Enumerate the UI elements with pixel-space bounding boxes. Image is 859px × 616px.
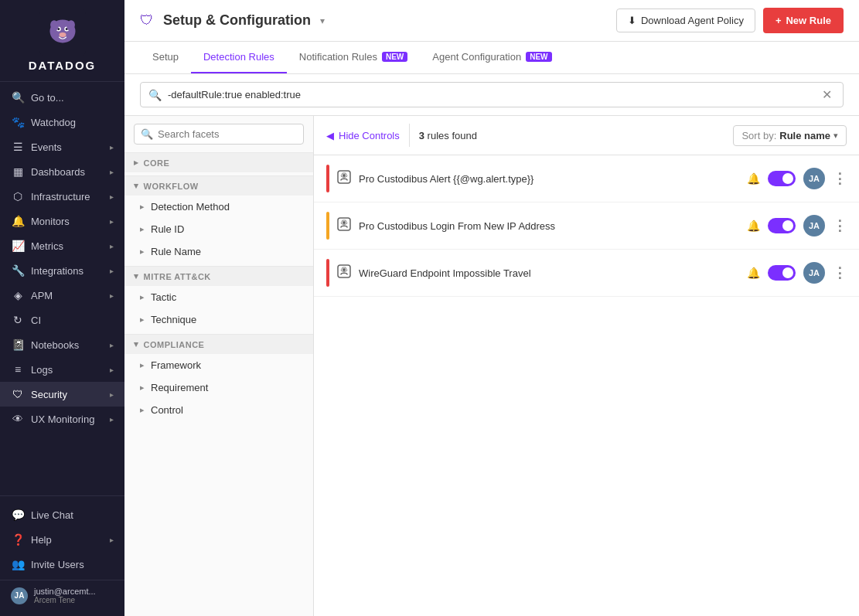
sidebar-item-goto-label: Go to... (31, 92, 114, 104)
sidebar: DATADOG 🔍 Go to... 🐾 Watchdog ☰ Events ▸… (0, 0, 124, 616)
sort-by-value: Rule name (779, 130, 830, 141)
sidebar-item-help[interactable]: ❓ Help ▸ (0, 527, 124, 552)
sort-by-dropdown[interactable]: Sort by: Rule name ▾ (733, 125, 847, 146)
facet-detection-method-label: Detection Method (151, 201, 230, 213)
facet-control[interactable]: ▸ Control (124, 399, 313, 421)
search-input-wrap: 🔍 ✕ (140, 82, 844, 107)
facet-group-workflow[interactable]: ▾ WORKFLOW (124, 175, 313, 196)
rule-1-bell-icon[interactable]: 🔔 (747, 172, 760, 185)
facet-rule-id[interactable]: ▸ Rule ID (124, 218, 313, 240)
header-chevron-icon[interactable]: ▾ (320, 15, 325, 26)
watchdog-icon: 🐾 (11, 115, 25, 129)
dashboards-arrow-icon: ▸ (110, 168, 114, 176)
rule-1-toggle[interactable] (768, 171, 796, 186)
sidebar-item-live-chat[interactable]: 💬 Live Chat (0, 502, 124, 527)
page-header: 🛡 Setup & Configuration ▾ ⬇ Download Age… (124, 0, 859, 42)
download-icon: ⬇ (628, 15, 636, 26)
notification-rules-badge: NEW (382, 52, 407, 62)
header-divider (409, 124, 410, 147)
rule-3-toggle[interactable] (768, 265, 796, 281)
sidebar-item-integrations[interactable]: 🔧 Integrations ▸ (0, 258, 124, 283)
sidebar-item-logs[interactable]: ≡ Logs ▸ (0, 357, 124, 382)
apm-icon: ◈ (11, 288, 25, 302)
search-input[interactable] (168, 89, 819, 100)
header-shield-icon: 🛡 (140, 12, 154, 29)
sidebar-item-watchdog[interactable]: 🐾 Watchdog (0, 110, 124, 134)
user-profile[interactable]: JA justin@arcemt... Arcem Tene (0, 580, 124, 610)
dashboards-icon: ▦ (11, 165, 25, 179)
infrastructure-arrow-icon: ▸ (110, 192, 114, 201)
new-rule-button[interactable]: + New Rule (763, 8, 844, 33)
facet-technique[interactable]: ▸ Technique (124, 308, 313, 331)
rule-2-toggle[interactable] (768, 218, 796, 233)
plus-icon: + (775, 15, 782, 26)
facet-rule-name[interactable]: ▸ Rule Name (124, 240, 313, 263)
rule-2-menu-icon[interactable]: ⋮ (833, 217, 847, 234)
facet-group-compliance-label: COMPLIANCE (144, 340, 205, 349)
rule-2-toggle-thumb (782, 220, 793, 231)
facet-group-mitre[interactable]: ▾ MITRE ATT&CK (124, 266, 313, 286)
sidebar-item-metrics-label: Metrics (31, 240, 104, 252)
live-chat-icon: 💬 (11, 508, 25, 522)
svg-point-12 (343, 221, 346, 224)
sidebar-item-notebooks[interactable]: 📓 Notebooks ▸ (0, 332, 124, 357)
sidebar-item-apm[interactable]: ◈ APM ▸ (0, 283, 124, 308)
integrations-icon: 🔧 (11, 264, 25, 277)
logs-arrow-icon: ▸ (110, 366, 114, 374)
svg-point-6 (59, 32, 66, 37)
sidebar-item-monitors[interactable]: 🔔 Monitors ▸ (0, 209, 124, 233)
sidebar-item-dashboards[interactable]: ▦ Dashboards ▸ (0, 159, 124, 184)
tab-agent-configuration-label: Agent Configuration (432, 51, 521, 63)
sidebar-item-metrics[interactable]: 📈 Metrics ▸ (0, 233, 124, 258)
rule-3-severity-indicator (326, 259, 329, 287)
user-avatar-icon: JA (11, 587, 28, 604)
facet-group-mitre-label: MITRE ATT&CK (144, 272, 211, 281)
header-actions: ⬇ Download Agent Policy + New Rule (616, 8, 844, 33)
rule-name-chevron-icon: ▸ (140, 247, 145, 257)
rule-2-bell-icon[interactable]: 🔔 (747, 220, 760, 232)
hide-controls-icon: ◀ (326, 130, 334, 141)
events-icon: ☰ (11, 140, 25, 154)
rules-header: ◀ Hide Controls 3 rules found Sort by: R… (314, 116, 859, 155)
facet-group-core[interactable]: ▸ CORE (124, 152, 313, 172)
rule-2-type-icon (337, 217, 351, 234)
sidebar-item-infrastructure[interactable]: ⬡ Infrastructure ▸ (0, 184, 124, 209)
sidebar-item-infrastructure-label: Infrastructure (31, 191, 104, 202)
tab-notification-rules[interactable]: Notification Rules NEW (287, 42, 421, 73)
rule-1-menu-icon[interactable]: ⋮ (833, 170, 847, 187)
tab-detection-rules[interactable]: Detection Rules (191, 42, 287, 73)
tab-setup[interactable]: Setup (140, 42, 191, 73)
sidebar-item-goto[interactable]: 🔍 Go to... (0, 85, 124, 110)
sidebar-item-ci-label: CI (31, 315, 114, 326)
hide-controls-button[interactable]: ◀ Hide Controls (326, 130, 400, 141)
tab-notification-rules-label: Notification Rules (299, 51, 377, 63)
facet-group-compliance[interactable]: ▾ COMPLIANCE (124, 334, 313, 354)
sidebar-item-ux-monitoring[interactable]: 👁 UX Monitoring ▸ (0, 407, 124, 431)
tab-agent-configuration[interactable]: Agent Configuration NEW (420, 42, 564, 73)
sidebar-item-invite-users[interactable]: 👥 Invite Users (0, 552, 124, 577)
hide-controls-label: Hide Controls (339, 130, 400, 141)
metrics-icon: 📈 (11, 239, 25, 253)
facet-framework[interactable]: ▸ Framework (124, 354, 313, 376)
search-clear-button[interactable]: ✕ (819, 87, 835, 102)
metrics-arrow-icon: ▸ (110, 242, 114, 250)
rule-1-type-icon (337, 170, 351, 187)
tab-detection-rules-label: Detection Rules (203, 51, 274, 63)
sidebar-item-live-chat-label: Live Chat (31, 509, 114, 521)
sidebar-item-ci[interactable]: ↻ CI (0, 308, 124, 332)
sidebar-item-events[interactable]: ☰ Events ▸ (0, 134, 124, 159)
rules-count-number: 3 (419, 130, 424, 141)
sidebar-item-security[interactable]: 🛡 Security ▸ (0, 382, 124, 407)
facet-tactic[interactable]: ▸ Tactic (124, 286, 313, 308)
rule-3-bell-icon[interactable]: 🔔 (747, 267, 760, 279)
facets-search-input[interactable] (158, 128, 297, 140)
download-agent-policy-button[interactable]: ⬇ Download Agent Policy (616, 9, 755, 32)
sort-by-label: Sort by: (741, 130, 776, 141)
facet-detection-method[interactable]: ▸ Detection Method (124, 196, 313, 218)
tabs: Setup Detection Rules Notification Rules… (124, 42, 859, 74)
rule-3-menu-icon[interactable]: ⋮ (833, 264, 847, 281)
facet-requirement[interactable]: ▸ Requirement (124, 376, 313, 399)
sidebar-item-events-label: Events (31, 141, 104, 153)
mitre-group-chevron-icon: ▾ (134, 271, 139, 281)
sidebar-item-help-label: Help (31, 534, 104, 546)
